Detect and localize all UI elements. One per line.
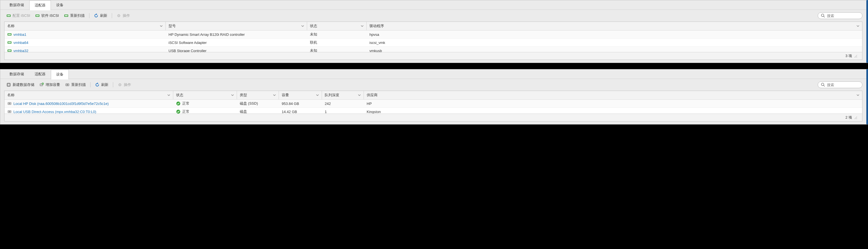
search-input[interactable] [827, 83, 859, 87]
increase-capacity-button[interactable]: 增加容量 [37, 81, 62, 88]
resize-corner-icon[interactable] [854, 116, 857, 119]
table-header: 名称 型号 状态 驱动程序 [4, 22, 862, 30]
search-box[interactable] [818, 12, 862, 19]
chevron-down-icon [167, 94, 170, 96]
software-iscsi-button[interactable]: 软件 iSCSI [33, 12, 61, 19]
cell-status: 未知 [307, 30, 367, 38]
svg-rect-13 [8, 42, 11, 43]
status-ok-icon [176, 109, 181, 114]
rescan-button[interactable]: 重新扫描 [62, 12, 87, 19]
refresh-icon [95, 83, 99, 87]
configure-iscsi-button: 配置 iSCSI [4, 12, 32, 19]
table-row[interactable]: Local USB Direct-Access (mpx.vmhba32:C0:… [4, 108, 862, 114]
chevron-down-icon [160, 25, 163, 27]
svg-point-8 [821, 14, 824, 17]
cell-status: 正常 [182, 109, 189, 114]
search-icon [821, 83, 825, 87]
table-body: vmhba1 HP Dynamic Smart Array B120i RAID… [4, 30, 862, 52]
tab-datastores[interactable]: 数据存储 [4, 0, 29, 10]
col-name[interactable]: 名称 [4, 22, 166, 30]
cell-status: 正常 [182, 101, 189, 106]
refresh-button[interactable]: 刷新 [93, 81, 111, 88]
devices-table: 名称 状态 类型 容量 队列深度 供应商 Local HP Disk (naa.… [4, 91, 862, 121]
tab-adapters[interactable]: 适配器 [29, 0, 51, 10]
toolbar-panel1: 配置 iSCSI 软件 iSCSI 重新扫描 刷新 操作 [0, 10, 866, 22]
col-capacity[interactable]: 容量 [279, 91, 322, 99]
table-row[interactable]: Local HP Disk (naa.600508b1001cd3f1d9f3d… [4, 100, 862, 108]
svg-rect-5 [65, 15, 68, 16]
hba-icon [6, 13, 11, 18]
adapter-link[interactable]: vmhba64 [13, 40, 28, 45]
col-label: 类型 [240, 92, 247, 98]
svg-point-21 [67, 84, 68, 86]
tab-adapters[interactable]: 适配器 [29, 69, 51, 79]
chevron-down-icon [316, 94, 319, 96]
increase-capacity-label: 增加容量 [45, 82, 60, 87]
svg-rect-3 [36, 15, 39, 16]
gear-icon [117, 13, 121, 18]
device-link[interactable]: Local USB Direct-Access (mpx.vmhba32:C0:… [13, 110, 96, 114]
refresh-icon [94, 13, 98, 18]
search-box[interactable] [818, 81, 862, 88]
chevron-down-icon [857, 25, 859, 27]
table-row[interactable]: vmhba32 USB Storage Controller 未知 vmkusb [4, 47, 862, 52]
col-label: 状态 [176, 92, 183, 98]
tab-devices[interactable]: 设备 [51, 70, 69, 79]
chevron-down-icon [273, 94, 276, 96]
resize-corner-icon[interactable] [854, 54, 857, 58]
col-model[interactable]: 型号 [166, 22, 307, 30]
table-header: 名称 状态 类型 容量 队列深度 供应商 [4, 91, 862, 100]
col-driver[interactable]: 驱动程序 [367, 22, 862, 30]
adapter-link[interactable]: vmhba1 [13, 32, 26, 37]
cell-model: iSCSI Software Adapter [166, 38, 307, 47]
col-label: 名称 [7, 24, 14, 29]
col-label: 队列深度 [325, 92, 339, 98]
svg-point-17 [8, 84, 10, 86]
add-capacity-icon [39, 83, 44, 87]
cell-queue: 242 [322, 100, 364, 107]
refresh-button[interactable]: 刷新 [92, 12, 110, 19]
rescan-label: 重新扫描 [70, 13, 85, 18]
adapter-link[interactable]: vmhba32 [13, 49, 28, 52]
cell-driver: iscsi_vmk [367, 38, 862, 47]
cell-queue: 1 [322, 108, 364, 114]
cell-status: 联机 [307, 38, 367, 47]
svg-point-23 [120, 84, 120, 85]
hba-icon [7, 32, 12, 37]
device-link[interactable]: Local HP Disk (naa.600508b1001cd3f1d9f3d… [13, 102, 109, 106]
refresh-label: 刷新 [100, 13, 107, 18]
toolbar-divider [112, 13, 112, 18]
new-datastore-button[interactable]: 新建数据存储 [4, 81, 37, 88]
toolbar-panel2: 新建数据存储 增加容量 重新扫描 刷新 操作 [0, 79, 866, 91]
hba-icon [35, 13, 40, 18]
configure-iscsi-label: 配置 iSCSI [12, 13, 30, 18]
col-status[interactable]: 状态 [307, 22, 367, 30]
col-status[interactable]: 状态 [173, 91, 237, 99]
svg-point-24 [821, 83, 824, 86]
devices-panel: 数据存储 适配器 设备 新建数据存储 增加容量 重新扫描 [0, 69, 868, 124]
cell-type: 磁盘 [237, 108, 279, 114]
chevron-down-icon [301, 25, 304, 27]
rescan-button[interactable]: 重新扫描 [63, 81, 88, 88]
toolbar-divider [90, 82, 91, 87]
hba-icon [64, 13, 68, 18]
tabs-panel1: 数据存储 适配器 设备 [0, 0, 866, 10]
tab-datastores[interactable]: 数据存储 [4, 69, 29, 79]
status-ok-icon [176, 101, 181, 106]
cell-vendor: HP [364, 100, 862, 107]
col-label: 型号 [168, 24, 176, 29]
col-type[interactable]: 类型 [237, 91, 279, 99]
table-footer: 3 项 [4, 52, 862, 60]
col-queue[interactable]: 队列深度 [322, 91, 364, 99]
chevron-down-icon [358, 94, 361, 96]
table-row[interactable]: vmhba64 iSCSI Software Adapter 联机 iscsi_… [4, 38, 862, 47]
search-input[interactable] [827, 14, 859, 18]
cell-driver: vmkusb [367, 47, 862, 52]
svg-point-7 [118, 16, 119, 16]
col-vendor[interactable]: 供应商 [364, 91, 862, 99]
col-name[interactable]: 名称 [4, 91, 173, 99]
refresh-label: 刷新 [101, 82, 108, 87]
table-row[interactable]: vmhba1 HP Dynamic Smart Array B120i RAID… [4, 30, 862, 38]
disk-icon [65, 83, 70, 87]
tab-devices[interactable]: 设备 [51, 0, 69, 10]
